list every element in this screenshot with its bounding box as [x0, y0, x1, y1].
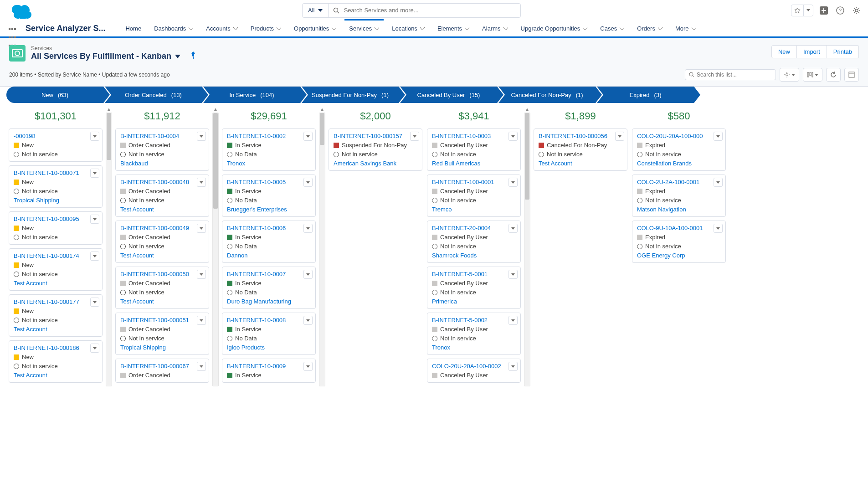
card-account-link[interactable]: Tronox	[432, 344, 516, 351]
kanban-card[interactable]: B-INTERNET-10-0003Canceled By UserNot in…	[427, 128, 521, 171]
scroll-thumb[interactable]	[320, 113, 324, 145]
card-account-link[interactable]: Shamrock Foods	[432, 252, 516, 259]
card-account-link[interactable]: Red Bull Americas	[432, 160, 516, 167]
card-name-link[interactable]: B-INTERNET-5-0002	[432, 317, 516, 324]
card-name-link[interactable]: B-INTERNET-10-0003	[432, 133, 516, 139]
refresh-button[interactable]	[826, 68, 841, 82]
kanban-card[interactable]: B-INTERNET-10-0006In ServiceNo DataDanno…	[222, 221, 316, 263]
nav-item-home[interactable]: Home	[122, 21, 145, 36]
new-button[interactable]: New	[771, 45, 797, 58]
nav-item-opportunities[interactable]: Opportunities	[290, 21, 340, 36]
printab-button[interactable]: Printab	[827, 45, 859, 58]
card-name-link[interactable]: B-INTERNET-5-0001	[432, 271, 516, 277]
kanban-card[interactable]: B-INTERNET-100-000157Suspended For Non-P…	[329, 128, 422, 171]
scroll-thumb[interactable]	[525, 113, 529, 200]
kanban-card[interactable]: B-INTERNET-100-000056Canceled For Non-Pa…	[534, 128, 627, 171]
card-name-link[interactable]: B-INTERNET-10-0006	[227, 225, 311, 231]
column-scrollbar[interactable]: ▲	[105, 106, 113, 386]
card-account-link[interactable]: Tronox	[227, 160, 311, 167]
card-menu-button[interactable]	[197, 362, 206, 371]
card-menu-button[interactable]	[714, 224, 723, 233]
card-name-link[interactable]: B-INTERNET-100-000048	[120, 179, 204, 185]
card-account-link[interactable]: Tremco	[432, 206, 516, 213]
card-account-link[interactable]: Igloo Products	[227, 344, 311, 351]
card-account-link[interactable]: Test Account	[14, 326, 98, 333]
card-menu-button[interactable]	[410, 132, 419, 141]
scroll-thumb[interactable]	[107, 113, 111, 160]
card-account-link[interactable]: Dannon	[227, 252, 311, 259]
path-stage[interactable]: Canceled By User (15)	[400, 87, 497, 103]
kanban-card[interactable]: B-INTERNET-10-0009In Service	[222, 359, 316, 383]
kanban-card[interactable]: B-INTERNET-10-000186NewNot in serviceTes…	[9, 340, 103, 383]
card-name-link[interactable]: COLO-20U-20A-100-0002	[432, 363, 516, 370]
card-menu-button[interactable]	[508, 224, 518, 233]
help-button[interactable]: ?	[834, 5, 846, 16]
list-search-input[interactable]	[697, 72, 772, 78]
path-stage[interactable]: In Service (104)	[203, 87, 300, 103]
card-menu-button[interactable]	[90, 132, 99, 141]
list-view-controls-button[interactable]	[780, 68, 799, 82]
nav-item-accounts[interactable]: Accounts	[202, 21, 241, 36]
kanban-card[interactable]: B-INTERNET-10-0004Order CanceledNot in s…	[115, 128, 209, 171]
card-menu-button[interactable]	[508, 270, 518, 279]
pin-icon[interactable]	[187, 51, 196, 61]
card-menu-button[interactable]	[90, 298, 99, 307]
favorites-button[interactable]	[791, 5, 813, 16]
card-name-link[interactable]: B-INTERNET-10-0005	[227, 179, 311, 185]
kanban-card[interactable]: B-INTERNET-10-000174NewNot in serviceTes…	[9, 248, 103, 291]
card-account-link[interactable]: Test Account	[14, 372, 98, 379]
nav-item-alarms[interactable]: Alarms	[478, 21, 511, 36]
nav-item-cases[interactable]: Cases	[596, 21, 628, 36]
card-name-link[interactable]: COLO-20U-20A-100-000	[637, 133, 721, 139]
path-stage[interactable]: Canceled For Non-Pay (1)	[498, 87, 596, 103]
card-name-link[interactable]: B-INTERNET-100-000067	[120, 363, 204, 370]
card-menu-button[interactable]	[90, 169, 99, 178]
kanban-card[interactable]: B-INTERNET-100-000050Order CanceledNot i…	[115, 267, 209, 309]
path-stage[interactable]: New (63)	[6, 87, 103, 103]
nav-item-orders[interactable]: Orders	[633, 21, 666, 36]
card-name-link[interactable]: COLO-2U-2A-100-0001	[637, 179, 721, 185]
kanban-card[interactable]: B-INTERNET-10-000095NewNot in service	[9, 211, 103, 245]
card-name-link[interactable]: B-INTERNET-10-0009	[227, 363, 311, 370]
card-name-link[interactable]: B-INTERNET-10-0004	[120, 133, 204, 139]
card-name-link[interactable]: B-INTERNET-100-000050	[120, 271, 204, 277]
card-menu-button[interactable]	[714, 132, 723, 141]
kanban-card[interactable]: B-INTERNET-20-0004Canceled By UserNot in…	[427, 221, 521, 263]
nav-item-elements[interactable]: Elements	[434, 21, 473, 36]
kanban-card[interactable]: -000198NewNot in service	[9, 128, 103, 162]
card-name-link[interactable]: -000198	[14, 133, 98, 139]
column-scrollbar[interactable]: ▲	[211, 106, 220, 386]
setup-button[interactable]	[851, 5, 863, 16]
card-account-link[interactable]: Test Account	[120, 298, 204, 305]
card-menu-button[interactable]	[303, 132, 313, 141]
card-menu-button[interactable]	[303, 224, 313, 233]
kanban-card[interactable]: COLO-2U-2A-100-0001ExpiredNot in service…	[632, 175, 726, 217]
card-account-link[interactable]: Tropical Shipping	[120, 344, 204, 351]
card-name-link[interactable]: B-INTERNET-100-0001	[432, 179, 516, 185]
card-name-link[interactable]: B-INTERNET-10-000071	[14, 169, 98, 176]
nav-item-upgrade-opportunities[interactable]: Upgrade Opportunities	[517, 21, 591, 36]
card-account-link[interactable]: Test Account	[120, 206, 204, 213]
card-name-link[interactable]: B-INTERNET-10-000095	[14, 216, 98, 222]
scroll-track[interactable]	[524, 113, 530, 386]
card-menu-button[interactable]	[303, 362, 313, 371]
card-name-link[interactable]: B-INTERNET-10-0002	[227, 133, 311, 139]
scroll-track[interactable]	[212, 113, 219, 386]
column-scrollbar[interactable]: ▲	[523, 106, 531, 386]
nav-item-locations[interactable]: Locations	[388, 21, 428, 36]
card-account-link[interactable]: Test Account	[539, 160, 622, 167]
kanban-card[interactable]: B-INTERNET-100-000048Order CanceledNot i…	[115, 175, 209, 217]
card-menu-button[interactable]	[303, 316, 313, 325]
kanban-card[interactable]: B-INTERNET-10-000071NewNot in serviceTro…	[9, 165, 103, 208]
card-account-link[interactable]: Matson Navigation	[637, 206, 721, 213]
column-scrollbar[interactable]: ▲	[318, 106, 326, 386]
card-account-link[interactable]: Test Account	[120, 252, 204, 259]
kanban-card[interactable]: COLO-20U-20A-100-000ExpiredNot in servic…	[632, 128, 726, 171]
kanban-card[interactable]: B-INTERNET-5-0002Canceled By UserNot in …	[427, 313, 521, 355]
card-menu-button[interactable]	[90, 344, 99, 353]
path-stage[interactable]: Order Canceled (13)	[105, 87, 202, 103]
card-menu-button[interactable]	[197, 270, 206, 279]
card-name-link[interactable]: B-INTERNET-10-0007	[227, 271, 311, 277]
kanban-card[interactable]: COLO-9U-10A-100-0001ExpiredNot in servic…	[632, 221, 726, 263]
card-menu-button[interactable]	[508, 362, 518, 371]
